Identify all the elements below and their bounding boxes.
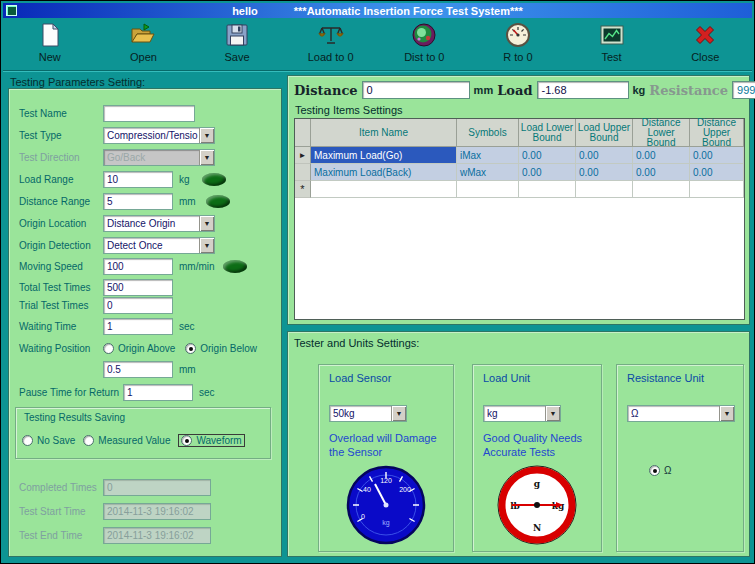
resistance-readout-label: Resistance [649, 83, 728, 98]
balance-scale-icon [317, 21, 345, 49]
radio-icon [22, 435, 33, 446]
svg-text:N: N [533, 523, 541, 533]
test-name-label: Test Name [19, 108, 103, 119]
origin-detection-dropdown[interactable]: Detect Once ▼ [103, 237, 215, 254]
chevron-down-icon: ▼ [199, 128, 214, 143]
waiting-position-label: Waiting Position [19, 343, 103, 354]
test-type-dropdown[interactable]: Compression/Tensio ▼ [103, 127, 215, 144]
test-direction-dropdown: Go/Back ▼ [103, 149, 215, 166]
origin-location-dropdown[interactable]: Distance Origin ▼ [103, 215, 215, 232]
svg-text:120: 120 [380, 477, 392, 484]
params-panel-title: Testing Parameters Setting: [10, 76, 145, 88]
radio-checked-icon [185, 343, 196, 354]
svg-text:200: 200 [399, 486, 411, 493]
row-marker-new[interactable]: * [295, 181, 311, 198]
col-header-distance-lower[interactable]: Distance Lower Bound [633, 119, 690, 147]
waiting-offset-input[interactable]: 0.5 [103, 361, 173, 378]
table-cell[interactable]: Maximum Load(Back) [311, 164, 457, 181]
load-range-input[interactable]: 10 [103, 171, 173, 188]
resistance-unit-dropdown[interactable]: Ω ▼ [627, 405, 735, 422]
load-unit-label: Load Unit [483, 372, 530, 384]
waiting-offset-unit: mm [179, 364, 196, 375]
unit-dial-icon: g lb kg N [497, 465, 577, 547]
origin-below-radio[interactable]: Origin Below [185, 343, 257, 354]
table-cell[interactable]: iMax [457, 147, 519, 164]
table-cell[interactable]: 0.00 [519, 147, 576, 164]
save-floppy-icon [223, 21, 251, 49]
moving-speed-led [223, 260, 247, 273]
measured-value-radio[interactable]: Measured Value [83, 435, 170, 446]
test-name-input[interactable] [103, 105, 195, 122]
table-cell-empty[interactable] [633, 181, 690, 198]
col-header-load-upper[interactable]: Load Upper Bound [576, 119, 633, 147]
row-marker[interactable] [295, 164, 311, 181]
items-table-title: Testing Items Settings [295, 104, 403, 116]
chevron-down-icon: ▼ [199, 238, 214, 253]
r-to-zero-button[interactable]: R to 0 [475, 21, 561, 63]
col-header-load-lower[interactable]: Load Lower Bound [519, 119, 576, 147]
table-cell[interactable]: Maximum Load(Go) [311, 147, 457, 164]
new-button[interactable]: New [7, 21, 93, 63]
load-gauge-icon: 0 40 120 200 kg [346, 465, 426, 547]
pause-time-label: Pause Time for Return [19, 387, 123, 398]
table-cell[interactable]: 0.00 [576, 164, 633, 181]
save-button-label: Save [225, 51, 250, 63]
table-cell[interactable]: wMax [457, 164, 519, 181]
meter-gauge-icon [504, 21, 532, 49]
open-button[interactable]: Open [100, 21, 186, 63]
save-button[interactable]: Save [194, 21, 280, 63]
waiting-time-input[interactable]: 1 [103, 318, 173, 335]
load-unit-dropdown[interactable]: kg ▼ [483, 405, 561, 422]
dist-to-zero-label: Dist to 0 [404, 51, 444, 63]
results-saving-title: Testing Results Saving [24, 412, 125, 423]
waveform-radio[interactable]: Waveform [178, 434, 244, 447]
test-end-time-field: 2014-11-3 19:16:02 [103, 527, 211, 544]
moving-speed-input[interactable]: 100 [103, 258, 173, 275]
col-header-item-name[interactable]: Item Name [311, 119, 457, 147]
table-cell-empty[interactable] [576, 181, 633, 198]
distance-readout-unit: mm [474, 84, 494, 96]
table-cell[interactable]: 0.00 [576, 147, 633, 164]
radio-icon [103, 343, 114, 354]
col-header-symbols[interactable]: Symbols [457, 119, 519, 147]
table-cell-empty[interactable] [519, 181, 576, 198]
table-cell-empty[interactable] [311, 181, 457, 198]
table-cell-empty[interactable] [690, 181, 744, 198]
table-cell[interactable]: 0.00 [633, 164, 690, 181]
close-button[interactable]: Close [662, 21, 748, 63]
testing-items-table: Item Name Symbols Load Lower Bound Load … [294, 118, 745, 320]
trial-test-times-input[interactable]: 0 [103, 297, 173, 314]
table-cell[interactable]: 0.00 [690, 147, 744, 164]
row-selector-header[interactable] [295, 119, 311, 147]
window-title-left: hello [232, 5, 258, 17]
total-test-times-input[interactable]: 500 [103, 279, 173, 296]
test-button-label: Test [601, 51, 621, 63]
dist-to-zero-button[interactable]: Dist to 0 [381, 21, 467, 63]
ohm-radio[interactable]: Ω [649, 465, 671, 476]
col-header-distance-upper[interactable]: Distance Upper Bound [690, 119, 744, 147]
total-test-times-label: Total Test Times [19, 282, 103, 293]
row-marker-current[interactable]: ► [295, 147, 311, 164]
test-start-time-field: 2014-11-3 19:16:02 [103, 503, 211, 520]
table-cell[interactable]: 0.00 [519, 164, 576, 181]
load-to-zero-button[interactable]: Load to 0 [288, 21, 374, 63]
table-cell[interactable]: 0.00 [690, 164, 744, 181]
chevron-down-icon: ▼ [199, 216, 214, 231]
test-button[interactable]: Test [569, 21, 655, 63]
distance-range-input[interactable]: 5 [103, 193, 173, 210]
origin-location-label: Origin Location [19, 218, 103, 229]
close-icon [691, 21, 719, 49]
waiting-time-unit: sec [179, 321, 195, 332]
test-direction-label: Test Direction [19, 152, 103, 163]
window-icon [6, 5, 17, 16]
load-sensor-group: Load Sensor 50kg ▼ Overload will Damage … [318, 364, 454, 552]
origin-above-radio[interactable]: Origin Above [103, 343, 175, 354]
distance-readout-value: 0 [362, 81, 470, 99]
load-range-label: Load Range [19, 174, 103, 185]
load-sensor-dropdown[interactable]: 50kg ▼ [329, 405, 407, 422]
table-cell[interactable]: 0.00 [633, 147, 690, 164]
no-save-radio[interactable]: No Save [22, 435, 75, 446]
pause-time-input[interactable]: 1 [123, 384, 193, 401]
resistance-readout-value: 9999 [732, 81, 755, 99]
table-cell-empty[interactable] [457, 181, 519, 198]
